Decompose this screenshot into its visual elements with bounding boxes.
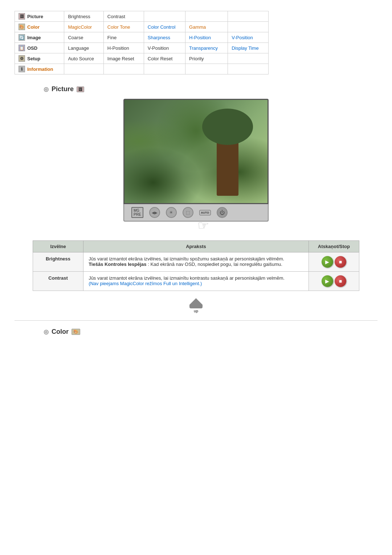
contrast-stop-btn[interactable]: ■ (335, 275, 346, 287)
color-section-header: ◎ Color 🎨 (44, 328, 377, 336)
nav-setup-text: Setup (27, 56, 40, 61)
nav-cell-colorreset[interactable]: Color Reset (144, 53, 185, 64)
brightness-play-cell: ▶ ■ (309, 252, 359, 272)
nav-cell-brightness[interactable]: Brightness (64, 11, 103, 22)
nav-cell-setup-label[interactable]: ⚙ Setup (15, 53, 64, 64)
monitor-display-container: MGPRE ◀▶ ☀ ⬚ AUTO ⏻ ☞ (15, 99, 377, 233)
nav-cell-autosource[interactable]: Auto Source (64, 53, 103, 64)
nav-cell-empty4 (228, 22, 269, 32)
nav-cell-coarse[interactable]: Coarse (64, 32, 103, 43)
brightness-desc-text: Jūs varat izmantot ekrāna izvēlnes, lai … (89, 256, 303, 267)
nav-info-text: Information (27, 66, 53, 72)
up-button-container: up (15, 298, 377, 313)
section-divider (15, 320, 377, 321)
nav-cell-imagereset[interactable]: Image Reset (103, 53, 144, 64)
ctrl-menu-button[interactable]: ⬚ (183, 207, 193, 218)
hposition-link[interactable]: H-Position (189, 35, 211, 40)
brightness-stop-btn[interactable]: ■ (335, 256, 346, 268)
nav-color-text: Color (27, 24, 40, 30)
nav-cell-empty2 (185, 11, 228, 22)
nav-cell-contrast[interactable]: Contrast (103, 11, 144, 22)
contrast-play-cell: ▶ ■ (309, 272, 359, 291)
nav-row-osd: 📋 OSD Language H-Position V-Position Tra… (15, 43, 269, 53)
nav-row-picture: 🖼 Picture Brightness Contrast (15, 11, 269, 22)
nav-cell-magiccolor[interactable]: MagicColor (64, 22, 103, 32)
coarse-link[interactable]: Coarse (68, 35, 83, 40)
up-btn-label: up (194, 309, 198, 313)
brightness-play-btn[interactable]: ▶ (322, 256, 333, 268)
nav-cell-image-label[interactable]: 🔄 Image (15, 32, 64, 43)
nav-cell-sharpness[interactable]: Sharpness (144, 32, 185, 43)
ctrl-arrow-button[interactable]: ◀▶ (149, 207, 160, 218)
transparency-link[interactable]: Transparency (189, 45, 218, 51)
image-nav-icon: 🔄 (19, 34, 25, 41)
nav-cell-info4 (185, 64, 228, 74)
contrast-link[interactable]: Contrast (107, 14, 125, 19)
magiccolor-link[interactable]: MagicColor (68, 24, 92, 30)
brightness-bold-text: Tiešās Kontroles Iespējas (89, 262, 146, 267)
brightness-menu-label: Brightness (46, 256, 70, 262)
contrast-desc-text: Jūs varat izmantot ekrāna izvēlnes, lai … (89, 275, 303, 286)
ctrl-power-button[interactable]: ⏻ (217, 207, 228, 218)
priority-link[interactable]: Priority (189, 56, 204, 61)
nav-cell-priority[interactable]: Priority (185, 53, 228, 64)
brightness-menu-cell: Brightness (33, 252, 83, 272)
nav-cell-language[interactable]: Language (64, 43, 103, 53)
nav-cell-hposition[interactable]: H-Position (185, 32, 228, 43)
nav-cell-color-label[interactable]: 🎨 Color (15, 22, 64, 32)
col-header-play: Atskaņot/Stop (309, 241, 359, 252)
ctrl-auto-button[interactable]: AUTO (199, 210, 211, 215)
nav-cell-hposition2[interactable]: H-Position (103, 43, 144, 53)
vposition2-link[interactable]: V-Position (148, 45, 169, 51)
osd-nav-icon: 📋 (19, 45, 25, 51)
ctrl-brightness-button[interactable]: ☀ (166, 207, 177, 218)
fine-link[interactable]: Fine (107, 35, 117, 40)
nav-row-color: 🎨 Color MagicColor Color Tone Color Cont… (15, 22, 269, 32)
nav-cell-empty5 (228, 53, 269, 64)
nav-row-image: 🔄 Image Coarse Fine Sharpness H-Position… (15, 32, 269, 43)
colortone-link[interactable]: Color Tone (107, 24, 130, 30)
nav-cell-info2 (103, 64, 144, 74)
nav-cell-vposition2[interactable]: V-Position (144, 43, 185, 53)
language-link[interactable]: Language (68, 45, 89, 51)
nav-cell-fine[interactable]: Fine (103, 32, 144, 43)
brightness-link[interactable]: Brightness (68, 14, 90, 19)
gamma-link[interactable]: Gamma (189, 24, 206, 30)
up-arrow-icon (189, 298, 203, 305)
colorreset-link[interactable]: Color Reset (148, 56, 173, 61)
monitor-controls-bar: MGPRE ◀▶ ☀ ⬚ AUTO ⏻ (123, 204, 269, 222)
nav-cell-osd-label[interactable]: 📋 OSD (15, 43, 64, 53)
nav-cell-colorcontrol[interactable]: Color Control (144, 22, 185, 32)
color-nav-icon: 🎨 (19, 24, 25, 30)
brightness-play-buttons: ▶ ■ (322, 256, 346, 268)
monitor-screen (123, 99, 269, 204)
nav-picture-text: Picture (27, 14, 43, 19)
displaytime-link[interactable]: Display Time (232, 45, 258, 51)
nav-cell-displaytime[interactable]: Display Time (228, 43, 269, 53)
hposition2-link[interactable]: H-Position (107, 45, 129, 51)
info-nav-icon: ℹ (19, 66, 25, 72)
nav-row-setup: ⚙ Setup Auto Source Image Reset Color Re… (15, 53, 269, 64)
nav-cell-picture-label[interactable]: 🖼 Picture (15, 11, 64, 22)
colorcontrol-link[interactable]: Color Control (148, 24, 176, 30)
sharpness-link[interactable]: Sharpness (148, 35, 170, 40)
nav-cell-transparency[interactable]: Transparency (185, 43, 228, 53)
nav-image-text: Image (27, 35, 41, 40)
color-header-icon: ◎ (44, 328, 49, 335)
up-button[interactable]: up (189, 298, 203, 313)
ctrl-mg-button[interactable]: MGPRE (131, 207, 143, 218)
nav-cell-info-label[interactable]: ℹ Information (15, 64, 64, 74)
contrast-play-btn[interactable]: ▶ (322, 275, 333, 287)
contrast-menu-label: Contrast (48, 275, 68, 281)
nav-cell-info5 (228, 64, 269, 74)
autosource-link[interactable]: Auto Source (68, 56, 94, 61)
vposition-link[interactable]: V-Position (232, 35, 253, 40)
contrast-desc-cell: Jūs varat izmantot ekrāna izvēlnes, lai … (83, 272, 309, 291)
nav-cell-vposition[interactable]: V-Position (228, 32, 269, 43)
table-row-brightness: Brightness Jūs varat izmantot ekrāna izv… (33, 252, 359, 272)
nav-cell-empty1 (144, 11, 185, 22)
imagereset-link[interactable]: Image Reset (107, 56, 134, 61)
picture-section-title: Picture (52, 85, 74, 93)
nav-cell-gamma[interactable]: Gamma (185, 22, 228, 32)
nav-cell-colortone[interactable]: Color Tone (103, 22, 144, 32)
